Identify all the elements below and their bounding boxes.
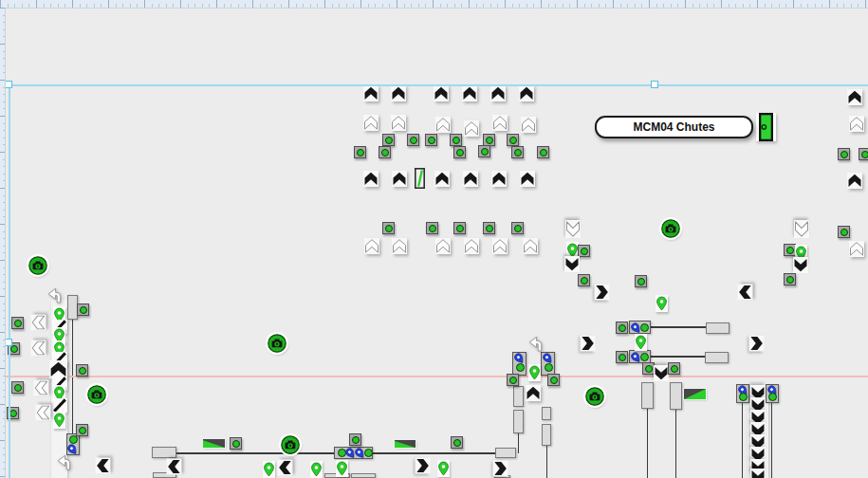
conveyor-segment[interactable] xyxy=(542,424,551,446)
camera-icon[interactable] xyxy=(281,435,300,454)
arrow-up-outline-icon[interactable] xyxy=(435,117,451,133)
status-light[interactable] xyxy=(382,222,395,234)
conveyor-segment[interactable] xyxy=(705,352,729,363)
status-light[interactable] xyxy=(451,436,463,449)
arrow-right-icon[interactable] xyxy=(595,285,610,301)
red-guide-line[interactable] xyxy=(0,376,868,377)
arrow-down-icon[interactable] xyxy=(564,256,580,272)
connector-line[interactable] xyxy=(518,433,519,453)
status-light[interactable] xyxy=(11,317,24,329)
status-light[interactable] xyxy=(516,363,525,372)
gate-valve-indicator[interactable] xyxy=(415,168,425,189)
status-light[interactable] xyxy=(578,274,590,286)
ramp-indicator[interactable] xyxy=(395,440,416,448)
arrow-down-outline-icon[interactable] xyxy=(565,220,581,238)
arrow-up-icon[interactable] xyxy=(519,85,534,101)
arrow-up-icon[interactable] xyxy=(520,171,535,187)
status-light[interactable] xyxy=(76,424,88,436)
arrow-up-outline-icon[interactable] xyxy=(392,238,407,254)
status-light[interactable] xyxy=(354,146,366,158)
arrow-up-outline-icon[interactable] xyxy=(492,115,508,131)
status-light[interactable] xyxy=(640,323,649,332)
status-light[interactable] xyxy=(230,437,242,450)
arrow-left-icon[interactable] xyxy=(96,458,111,474)
arrow-up-icon[interactable] xyxy=(392,171,407,187)
arrow-down-icon[interactable] xyxy=(654,365,669,381)
belt-stripe[interactable] xyxy=(52,398,67,413)
status-light[interactable] xyxy=(784,273,796,285)
pin-green-icon[interactable] xyxy=(656,295,668,312)
status-light[interactable] xyxy=(768,393,777,401)
status-light[interactable] xyxy=(478,145,490,157)
vertical-ruler[interactable] xyxy=(0,8,6,478)
arrow-up-outline-icon[interactable] xyxy=(464,238,479,254)
turn-arrow-icon[interactable] xyxy=(527,335,545,352)
status-light[interactable] xyxy=(483,222,495,234)
pin-green-icon[interactable] xyxy=(336,460,348,477)
connector-line[interactable] xyxy=(675,410,676,478)
status-light[interactable] xyxy=(838,148,850,160)
status-light[interactable] xyxy=(616,322,628,334)
conveyor-segment[interactable] xyxy=(706,322,729,334)
arrow-right-icon[interactable] xyxy=(493,461,508,477)
connector-line[interactable] xyxy=(546,446,547,478)
chute-group-label[interactable]: MCM04 Chutes xyxy=(595,116,753,138)
pin-green-icon[interactable] xyxy=(310,461,323,478)
conveyor-segment[interactable] xyxy=(670,382,682,410)
pin-green-icon[interactable] xyxy=(528,364,541,381)
status-light[interactable] xyxy=(547,374,560,386)
conveyor-segment[interactable] xyxy=(542,407,551,420)
arrow-up-icon[interactable] xyxy=(526,385,541,401)
camera-icon[interactable] xyxy=(585,387,604,406)
arrow-up-outline-icon[interactable] xyxy=(391,115,406,131)
pin-green-icon[interactable] xyxy=(53,412,65,429)
status-light[interactable] xyxy=(739,393,748,401)
status-light[interactable] xyxy=(379,146,391,158)
status-light[interactable] xyxy=(425,134,437,146)
status-light[interactable] xyxy=(382,134,395,146)
arrow-up-icon[interactable] xyxy=(434,171,450,187)
selection-handle[interactable] xyxy=(5,339,12,346)
connector-line[interactable] xyxy=(651,356,705,358)
arrow-up-icon[interactable] xyxy=(490,85,506,101)
status-light[interactable] xyxy=(537,146,549,158)
arrow-up-outline-icon[interactable] xyxy=(363,115,379,131)
status-light[interactable] xyxy=(426,222,438,234)
status-light[interactable] xyxy=(450,134,462,146)
status-light[interactable] xyxy=(668,362,680,375)
pin-green-icon[interactable] xyxy=(635,334,647,351)
arrow-up-icon[interactable] xyxy=(434,85,449,101)
status-light[interactable] xyxy=(407,134,419,146)
arrow-up-outline-icon[interactable] xyxy=(364,238,379,254)
designer-canvas[interactable]: { "label": { "text": "MCM04 Chutes" }, "… xyxy=(0,0,868,478)
arrow-left-icon[interactable] xyxy=(278,460,293,476)
horizontal-ruler[interactable] xyxy=(0,0,868,9)
arrow-up-icon[interactable] xyxy=(491,171,507,187)
arrow-right-icon[interactable] xyxy=(749,336,765,352)
status-light[interactable] xyxy=(640,353,649,361)
selection-handle[interactable] xyxy=(651,81,658,88)
turn-arrow-icon[interactable] xyxy=(46,286,64,303)
status-light[interactable] xyxy=(838,226,850,238)
status-light[interactable] xyxy=(349,433,361,446)
status-light[interactable] xyxy=(11,381,24,394)
status-light[interactable] xyxy=(859,148,868,160)
conveyor-segment[interactable] xyxy=(513,410,524,433)
status-light[interactable] xyxy=(511,146,524,158)
connector-line[interactable] xyxy=(742,403,743,478)
turn-arrow-icon[interactable] xyxy=(56,453,73,470)
arrow-up-icon[interactable] xyxy=(462,85,477,101)
status-light[interactable] xyxy=(507,374,519,386)
arrow-right-icon[interactable] xyxy=(416,458,431,474)
conveyor-segment[interactable] xyxy=(351,473,376,478)
arrow-right-icon[interactable] xyxy=(581,336,596,352)
arrow-up-outline-icon[interactable] xyxy=(464,120,479,137)
selection-handle[interactable] xyxy=(5,81,12,88)
arrow-up-icon[interactable] xyxy=(391,85,406,101)
pin-green-icon[interactable] xyxy=(437,460,450,477)
conveyor-segment[interactable] xyxy=(513,386,524,407)
arrow-left-outline-icon[interactable] xyxy=(34,380,49,396)
arrow-left-icon[interactable] xyxy=(738,285,753,301)
arrow-up-outline-icon[interactable] xyxy=(521,117,536,133)
arrow-up-icon[interactable] xyxy=(363,85,379,101)
